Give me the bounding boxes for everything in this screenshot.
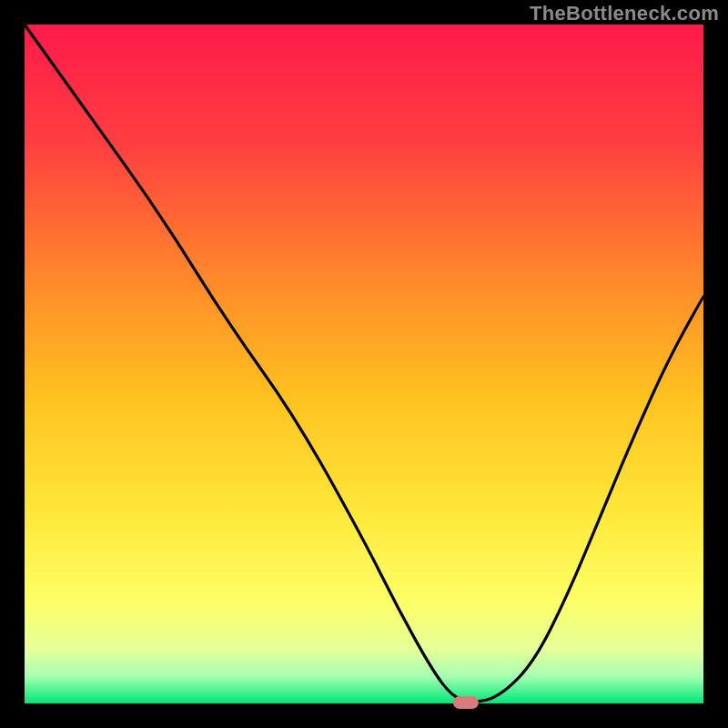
min-marker: [453, 696, 479, 709]
chart-svg: [0, 0, 728, 728]
chart-frame: TheBottleneck.com: [0, 0, 728, 728]
plot-background: [25, 25, 703, 703]
